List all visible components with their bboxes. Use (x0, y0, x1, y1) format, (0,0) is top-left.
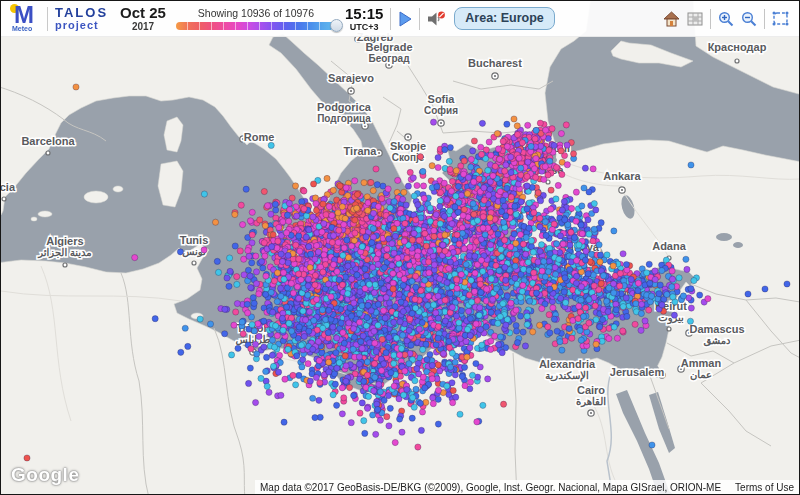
map-tools (663, 9, 789, 29)
city-marker-core (407, 136, 409, 138)
date-display: Oct 25 2017 (120, 5, 166, 32)
city-label: Damascus (689, 323, 744, 335)
city-label: Amman (681, 357, 722, 369)
mute-button[interactable] (427, 11, 446, 27)
showing-count-label: Showing 10936 of 10976 (198, 7, 314, 19)
city-marker (192, 261, 196, 265)
extent-select-button[interactable] (772, 11, 789, 26)
city-label: Podgorica (317, 101, 372, 113)
city-marker-core (590, 412, 592, 414)
terms-of-use-link[interactable]: Terms of Use (735, 482, 794, 493)
extent-rectangle-icon (772, 11, 789, 26)
area-selector-button[interactable]: Area: Europe (454, 7, 555, 30)
city-marker-core (252, 351, 254, 353)
city-marker-core (494, 75, 496, 77)
home-icon (663, 11, 680, 27)
time-display: 15:15 UTC+3 (345, 6, 383, 32)
play-icon (398, 11, 412, 27)
city-label: Barcelona (21, 135, 75, 147)
city-marker (63, 263, 67, 267)
clock-time: 15:15 (345, 6, 383, 21)
city-marker (667, 327, 671, 331)
city-label-local: دمشق (703, 335, 731, 347)
date-year: 2017 (120, 22, 166, 32)
city-label: Sarajevo (328, 72, 374, 84)
city-label: Athens (431, 206, 468, 218)
play-button[interactable] (398, 11, 412, 27)
city-marker-core (378, 152, 380, 154)
city-label: Tunis (180, 234, 209, 246)
timezone-label: UTC+3 (345, 23, 383, 32)
city-label-local: Подгорица (317, 113, 371, 124)
city-label: Rome (244, 131, 275, 143)
city-label: Bucharest (468, 57, 522, 69)
city-marker (46, 151, 50, 155)
city-label: Izmir (498, 208, 524, 220)
zoom-out-icon (741, 11, 757, 27)
city-marker-core (440, 122, 442, 124)
city-label: Alexandria (539, 358, 596, 370)
city-label: Nicosia (599, 275, 639, 287)
city-marker-core (388, 64, 390, 66)
city-label-local: الإسكندرية (545, 370, 589, 382)
city-marker (546, 180, 550, 184)
city-marker (547, 159, 551, 163)
city-marker-core (350, 90, 352, 92)
city-label-local: Λευκωσία (596, 287, 644, 298)
city-label: Adana (652, 240, 687, 252)
city-label: Ankara (603, 170, 641, 182)
zoom-in-button[interactable] (718, 11, 734, 27)
city-label: Antalya (559, 241, 600, 253)
time-slider: Showing 10936 of 10976 (176, 7, 336, 30)
city-label: Bursa (532, 164, 564, 176)
city-label: Sofia (428, 93, 456, 105)
toolbar: M Meteo TALOS project Oct 25 2017 Showin… (1, 1, 799, 37)
map-attribution: Map data ©2017 GeoBasis-DE/BKG (©2009), … (255, 480, 799, 494)
city-label-local: София (424, 105, 458, 116)
logo-brand-text: Meteo (12, 25, 32, 32)
attribution-text: Map data ©2017 GeoBasis-DE/BKG (©2009), … (260, 482, 721, 493)
city-label: Краснодар (708, 41, 767, 53)
divider (419, 8, 420, 30)
city-label-local: Београд (368, 53, 410, 64)
city-marker (667, 256, 671, 260)
city-label-local: مدينة الجزائر (37, 247, 91, 259)
zoom-out-button[interactable] (741, 11, 757, 27)
date-day: Oct 25 (120, 5, 166, 20)
city-label: Istanbul (528, 142, 570, 154)
city-marker (2, 197, 6, 201)
city-marker-core (364, 125, 366, 127)
city-label: Tirana (344, 145, 378, 157)
talos-wordmark: TALOS project (55, 6, 108, 31)
map-canvas[interactable]: ZagrebBelgradeБеоградBucharestКраснодарS… (1, 1, 800, 495)
slider-handle[interactable] (330, 19, 343, 32)
city-label: Algiers (46, 235, 83, 247)
city-label-local: عمان (690, 369, 712, 381)
meteo-talos-logo[interactable]: M Meteo TALOS project (9, 4, 108, 34)
city-marker (735, 59, 739, 63)
tools-divider (764, 9, 765, 29)
home-button[interactable] (663, 11, 680, 27)
slider-ticks (176, 22, 336, 30)
city-label: Cairo (577, 384, 605, 396)
talos-subtitle: project (55, 19, 108, 31)
city-label: Beirut (655, 300, 687, 312)
overview-map-button[interactable] (687, 12, 703, 26)
tools-divider (710, 9, 711, 29)
city-label: Jerusalem (610, 366, 665, 378)
talos-title: TALOS (55, 6, 108, 19)
muted-speaker-icon (427, 11, 446, 27)
city-marker-core (452, 233, 454, 235)
city-label: Valencia (1, 181, 16, 193)
zoom-in-icon (718, 11, 734, 27)
google-logo[interactable]: Google (11, 464, 79, 486)
city-label: Skopje (390, 140, 426, 152)
city-label-local: Скопје (392, 152, 425, 163)
city-label: Tripoli (237, 322, 270, 334)
city-label: Belgrade (365, 41, 412, 53)
talos-map-app: ZagrebBelgradeБеоградBucharestКраснодарS… (0, 0, 800, 495)
overview-grid-icon (687, 12, 703, 26)
time-slider-track[interactable] (176, 22, 336, 30)
city-label-local: تونس (182, 246, 206, 258)
city-marker (577, 257, 581, 261)
